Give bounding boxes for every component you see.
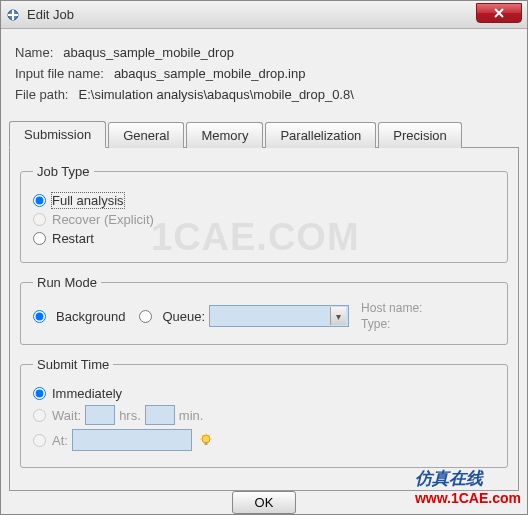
tab-memory[interactable]: Memory [186,122,263,148]
label-at: At: [52,433,68,448]
tab-precision[interactable]: Precision [378,122,461,148]
svg-rect-2 [8,14,18,16]
radio-restart[interactable] [33,232,46,245]
dialog-body: Name: abaqus_sample_mobile_drop Input fi… [1,29,527,120]
tab-strip: Submission General Memory Parallelizatio… [9,120,519,148]
tab-panel-submission: Job Type Full analysis Recover (Explicit… [9,148,519,491]
svg-line-11 [209,435,211,437]
type-label: Type: [361,316,422,332]
radio-full-analysis[interactable] [33,194,46,207]
watermark-cn: 仿真在线 [415,469,483,488]
label-queue: Queue: [162,309,205,324]
svg-point-5 [202,435,210,443]
tab-parallelization[interactable]: Parallelization [265,122,376,148]
label-hrs: hrs. [119,408,141,423]
ok-button[interactable]: OK [232,491,297,514]
name-label: Name: [15,45,53,60]
runmode-legend: Run Mode [33,275,101,290]
name-value: abaqus_sample_mobile_drop [63,45,234,60]
label-wait: Wait: [52,408,81,423]
radio-background[interactable] [33,310,46,323]
jobtype-group: Job Type Full analysis Recover (Explicit… [20,164,508,263]
at-datetime-input[interactable] [72,429,192,451]
queue-combo[interactable]: ▾ [209,305,349,327]
app-icon [5,7,21,23]
radio-queue[interactable] [139,310,152,323]
inputfile-label: Input file name: [15,66,104,81]
runmode-group: Run Mode Background Queue: ▾ Host name: … [20,275,508,345]
label-restart: Restart [52,231,94,246]
window-title: Edit Job [27,7,74,22]
filepath-label: File path: [15,87,68,102]
lightbulb-icon[interactable] [198,432,214,448]
inputfile-value: abaqus_sample_mobile_drop.inp [114,66,306,81]
radio-recover [33,213,46,226]
tab-general[interactable]: General [108,122,184,148]
watermark-url: www.1CAE.com [415,490,521,506]
wait-hours-input[interactable] [85,405,115,425]
label-recover: Recover (Explicit) [52,212,154,227]
submittime-group: Submit Time Immediately Wait: hrs. min. [20,357,508,468]
filepath-value: E:\simulation analysis\abaqus\mobile_dro… [78,87,353,102]
svg-rect-6 [204,442,207,445]
jobtype-legend: Job Type [33,164,94,179]
label-full-analysis: Full analysis [52,193,124,208]
chevron-down-icon: ▾ [330,307,346,325]
edit-job-dialog: Edit Job Name: abaqus_sample_mobile_drop… [0,0,528,515]
close-button[interactable] [476,3,522,23]
label-background: Background [56,309,125,324]
close-icon [493,7,505,19]
radio-wait [33,409,46,422]
hostname-label: Host name: [361,300,422,316]
submittime-legend: Submit Time [33,357,113,372]
wait-min-input[interactable] [145,405,175,425]
radio-at [33,434,46,447]
watermark-right: 仿真在线 www.1CAE.com [415,467,521,506]
label-immediately: Immediately [52,386,122,401]
svg-line-10 [201,435,203,437]
titlebar: Edit Job [1,1,527,29]
radio-immediately[interactable] [33,387,46,400]
label-min: min. [179,408,204,423]
tab-submission[interactable]: Submission [9,121,106,148]
